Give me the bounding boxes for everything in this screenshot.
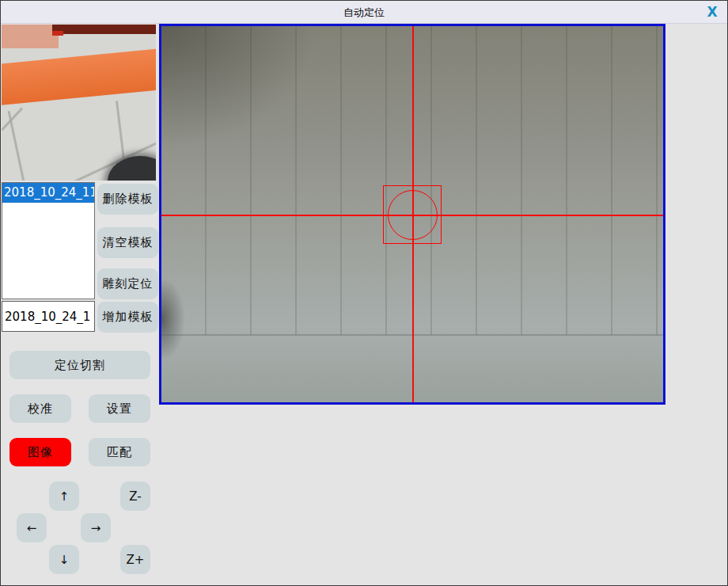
- jog-z-minus-button[interactable]: Z-: [120, 481, 150, 511]
- clear-templates-button[interactable]: 清空模板: [97, 227, 158, 258]
- template-thumbnail: [2, 25, 156, 181]
- jog-left-button[interactable]: ←: [17, 513, 47, 542]
- jog-right-button[interactable]: →: [81, 513, 111, 542]
- title-bar: 自动定位 X: [1, 1, 727, 24]
- settings-button[interactable]: 设置: [89, 394, 150, 423]
- image-button[interactable]: 图像: [9, 438, 71, 466]
- add-template-button[interactable]: 增加模板: [97, 302, 158, 333]
- camera-view[interactable]: [159, 24, 665, 405]
- thumbnail-orange-beam: [2, 48, 156, 105]
- template-list[interactable]: 2018_10_24_11: [2, 182, 95, 299]
- match-button[interactable]: 匹配: [89, 438, 150, 466]
- list-item[interactable]: 2018_10_24_11: [2, 183, 94, 203]
- camera-shadow-left: [161, 264, 195, 375]
- thumbnail-red-chip: [52, 31, 63, 36]
- match-target-circle: [388, 190, 438, 240]
- engrave-position-button[interactable]: 雕刻定位: [97, 268, 158, 299]
- position-cut-button[interactable]: 定位切割: [9, 351, 150, 379]
- thumbnail-salmon-patch: [2, 25, 59, 48]
- auto-position-dialog: 自动定位 X 2018_10_24_11 删除模板 清空模板 雕刻定位 增加模板…: [0, 0, 728, 586]
- close-icon[interactable]: X: [703, 3, 721, 21]
- jog-down-button[interactable]: ↓: [49, 545, 79, 574]
- jog-z-plus-button[interactable]: Z+: [120, 545, 150, 574]
- thumbnail-maroon-bar: [52, 25, 156, 34]
- delete-template-button[interactable]: 删除模板: [97, 184, 158, 215]
- dialog-title: 自动定位: [1, 1, 727, 24]
- calibrate-button[interactable]: 校准: [9, 394, 71, 423]
- thumbnail-dark-object: [108, 156, 156, 181]
- jog-up-button[interactable]: ↑: [49, 481, 79, 511]
- template-name-input[interactable]: [2, 301, 95, 332]
